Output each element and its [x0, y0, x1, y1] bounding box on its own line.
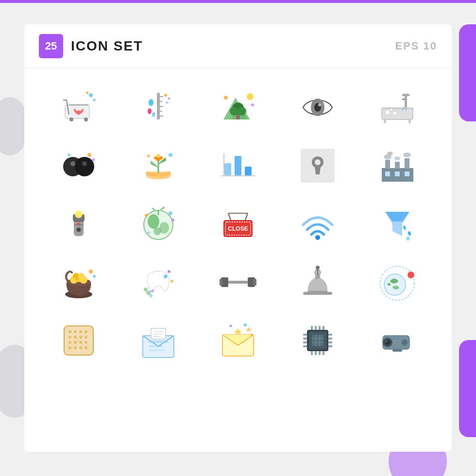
svg-point-56 [160, 156, 163, 159]
svg-rect-162 [149, 340, 168, 343]
keyhole-icon [298, 146, 337, 185]
svg-rect-36 [402, 99, 405, 100]
icon-earth-orbit[interactable] [357, 253, 437, 311]
svg-point-4 [69, 118, 73, 121]
icon-plant-hand[interactable] [119, 136, 198, 195]
svg-rect-185 [303, 341, 307, 343]
icon-cpu-chip[interactable] [278, 311, 357, 370]
svg-point-150 [68, 341, 71, 344]
svg-point-6 [89, 93, 93, 97]
svg-point-16 [148, 108, 152, 114]
svg-point-74 [387, 152, 393, 155]
svg-marker-106 [385, 212, 409, 221]
cpu-chip-icon [298, 321, 337, 360]
icon-billiard-balls[interactable] [39, 136, 119, 195]
icon-bar-chart[interactable] [198, 136, 278, 195]
icon-mail-star[interactable] [198, 311, 278, 370]
svg-point-155 [74, 346, 77, 349]
svg-rect-33 [382, 107, 413, 109]
icon-rain-gauge[interactable] [119, 78, 198, 136]
icon-filter-drops[interactable] [357, 195, 437, 253]
svg-point-149 [85, 336, 87, 339]
svg-point-125 [170, 280, 173, 283]
svg-point-107 [406, 237, 410, 240]
icon-eco-globe[interactable] [119, 195, 198, 253]
svg-rect-60 [224, 163, 231, 175]
svg-rect-187 [328, 334, 332, 336]
svg-point-94 [169, 211, 172, 215]
main-card: 25 ICON SET EPS 10 [24, 24, 452, 452]
svg-point-204 [386, 341, 388, 342]
bath-icon [378, 88, 417, 127]
svg-point-50 [68, 153, 70, 156]
svg-point-124 [151, 289, 154, 292]
svg-rect-198 [323, 351, 324, 355]
factory-icon [378, 146, 417, 185]
header-title: ICON SET [71, 38, 143, 54]
svg-point-81 [76, 212, 81, 217]
svg-point-140 [408, 272, 414, 278]
svg-rect-129 [254, 279, 256, 286]
svg-point-143 [74, 330, 77, 333]
svg-rect-210 [392, 349, 402, 352]
svg-point-119 [164, 274, 168, 278]
icon-bath[interactable] [357, 78, 437, 136]
icon-tree-mountain[interactable] [198, 78, 278, 136]
close-sign-icon: CLOSE [219, 204, 257, 243]
svg-point-54 [156, 154, 160, 158]
svg-point-20 [166, 102, 169, 104]
svg-point-114 [78, 273, 85, 280]
svg-rect-178 [312, 335, 323, 346]
svg-rect-70 [405, 158, 409, 169]
icon-cracker[interactable] [39, 311, 119, 370]
icon-bell-service[interactable] [278, 253, 357, 311]
svg-point-154 [68, 346, 71, 349]
svg-rect-76 [395, 171, 400, 176]
icon-factory[interactable] [357, 136, 437, 195]
svg-rect-130 [228, 281, 248, 284]
icon-projector[interactable] [357, 311, 437, 370]
svg-rect-188 [328, 338, 332, 340]
svg-point-42 [390, 108, 393, 111]
svg-point-173 [244, 323, 247, 326]
svg-rect-35 [402, 94, 409, 96]
dumbbell-icon [219, 263, 257, 302]
svg-point-120 [168, 270, 170, 273]
icon-flashlight[interactable] [39, 195, 119, 253]
filter-drops-icon [378, 204, 417, 243]
flashlight-icon [59, 204, 98, 243]
svg-rect-75 [385, 171, 390, 176]
svg-rect-77 [405, 171, 409, 176]
icon-close-sign[interactable]: CLOSE [198, 195, 278, 253]
mail-star-icon [219, 321, 257, 360]
projector-icon [378, 321, 417, 360]
svg-line-99 [228, 213, 231, 220]
icon-mail-open[interactable] [119, 311, 198, 370]
svg-point-57 [169, 153, 172, 157]
svg-rect-186 [303, 345, 307, 347]
icon-pot-gold[interactable] [39, 253, 119, 311]
svg-point-148 [79, 336, 82, 339]
svg-point-18 [164, 94, 167, 97]
icon-shopping-cart-heart[interactable] [39, 78, 119, 136]
icon-dumbbell[interactable] [198, 253, 278, 311]
svg-rect-190 [328, 345, 332, 347]
svg-point-91 [153, 227, 161, 235]
svg-point-174 [230, 325, 232, 327]
svg-point-49 [87, 153, 91, 157]
svg-point-41 [393, 111, 397, 115]
svg-rect-164 [149, 349, 166, 351]
svg-point-145 [85, 330, 87, 333]
header-badge: 25 [39, 34, 63, 58]
icon-eye[interactable] [278, 78, 357, 136]
svg-point-136 [316, 266, 320, 270]
rain-gauge-icon [139, 88, 178, 127]
icon-keyhole[interactable] [278, 136, 357, 195]
icon-wifi[interactable] [278, 195, 357, 253]
svg-point-19 [168, 98, 170, 100]
svg-point-115 [74, 277, 76, 279]
bar-chart-icon [219, 146, 257, 185]
icon-tooth-care[interactable] [119, 253, 198, 311]
svg-point-66 [315, 159, 321, 165]
icon-grid: CLOSE [24, 68, 452, 379]
